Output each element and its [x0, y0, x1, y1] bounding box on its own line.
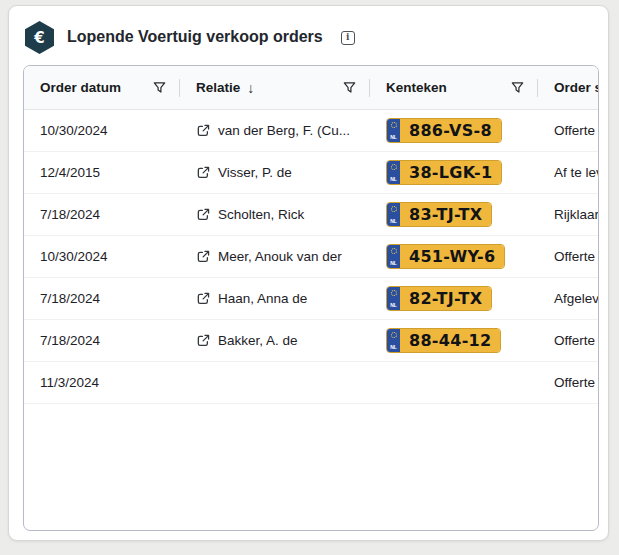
plate-country: NL: [390, 303, 397, 308]
column-label: Order datum: [40, 80, 121, 95]
cell-relatie: van der Berg, F. (Cu...: [180, 110, 370, 151]
column-header-order-status[interactable]: Order status: [538, 66, 599, 109]
cell-relatie: Bakker, A. de: [180, 320, 370, 361]
cell-kenteken-empty: [370, 362, 538, 403]
table-row[interactable]: 7/18/2024 Bakker, A. de NL 88-44-12 Offe…: [24, 320, 599, 362]
column-label: Kenteken: [386, 80, 447, 95]
cell-order-status: Offerte: [538, 110, 599, 151]
cell-relatie: Haan, Anna de: [180, 278, 370, 319]
cell-relatie: Meer, Anouk van der: [180, 236, 370, 277]
table-row[interactable]: 7/18/2024 Scholten, Rick NL 83-TJ-TX Rij…: [24, 194, 599, 236]
license-plate: NL 83-TJ-TX: [386, 202, 492, 227]
plate-country: NL: [390, 177, 397, 182]
license-plate: NL 886-VS-8: [386, 118, 502, 143]
cell-order-datum: 7/18/2024: [24, 194, 180, 235]
column-header-kenteken[interactable]: Kenteken: [370, 66, 538, 109]
relatie-name: Scholten, Rick: [218, 207, 304, 222]
plate-eu-strip: NL: [387, 161, 400, 184]
cell-order-datum: 11/3/2024: [24, 362, 180, 403]
filter-funnel-icon[interactable]: [511, 81, 524, 94]
cell-order-status: Rijklaar maken: [538, 194, 599, 235]
plate-number: 82-TJ-TX: [400, 287, 491, 310]
license-plate: NL 451-WY-6: [386, 244, 505, 269]
column-header-relatie[interactable]: Relatie ↓: [180, 66, 370, 109]
cell-order-status: Offerte: [538, 362, 599, 403]
plate-number: 38-LGK-1: [400, 161, 501, 184]
relatie-name: Visser, P. de: [218, 165, 292, 180]
column-label: Order status: [554, 80, 599, 95]
eu-stars-icon: [391, 206, 397, 212]
cell-order-status: Afgeleverd: [538, 278, 599, 319]
cell-order-datum: 12/4/2015: [24, 152, 180, 193]
license-plate: NL 38-LGK-1: [386, 160, 502, 185]
plate-country: NL: [390, 261, 397, 266]
column-header-order-datum[interactable]: Order datum: [24, 66, 180, 109]
widget-card: € Lopende Voertuig verkoop orders i Orde…: [8, 5, 609, 541]
table-row[interactable]: 11/3/2024 Offerte: [24, 362, 599, 404]
plate-eu-strip: NL: [387, 119, 400, 142]
cell-relatie-empty: [180, 362, 370, 403]
filter-funnel-icon[interactable]: [153, 81, 166, 94]
eu-stars-icon: [391, 164, 397, 170]
external-link-icon[interactable]: [196, 291, 211, 306]
page-title: Lopende Voertuig verkoop orders: [67, 28, 323, 46]
plate-country: NL: [390, 345, 397, 350]
table-row[interactable]: 10/30/2024 Meer, Anouk van der NL 451-WY…: [24, 236, 599, 278]
external-link-icon[interactable]: [196, 207, 211, 222]
cell-relatie: Visser, P. de: [180, 152, 370, 193]
plate-number: 83-TJ-TX: [400, 203, 491, 226]
table-row[interactable]: 10/30/2024 van der Berg, F. (Cu... NL 88…: [24, 110, 599, 152]
cell-relatie: Scholten, Rick: [180, 194, 370, 235]
license-plate: NL 82-TJ-TX: [386, 286, 492, 311]
table-header-row: Order datum Relatie ↓ Kenteken: [24, 66, 599, 110]
plate-country: NL: [390, 135, 397, 140]
external-link-icon[interactable]: [196, 123, 211, 138]
cell-order-datum: 7/18/2024: [24, 278, 180, 319]
relatie-name: van der Berg, F. (Cu...: [218, 123, 350, 138]
cell-order-status: Af te leveren: [538, 152, 599, 193]
cell-kenteken: NL 88-44-12: [370, 320, 538, 361]
eu-stars-icon: [391, 290, 397, 296]
cell-order-datum: 7/18/2024: [24, 320, 180, 361]
relatie-name: Meer, Anouk van der: [218, 249, 342, 264]
plate-eu-strip: NL: [387, 203, 400, 226]
filter-funnel-icon[interactable]: [343, 81, 356, 94]
plate-number: 451-WY-6: [400, 245, 504, 268]
svg-text:€: €: [33, 29, 44, 47]
license-plate: NL 88-44-12: [386, 328, 501, 353]
relatie-name: Bakker, A. de: [218, 333, 298, 348]
plate-country: NL: [390, 219, 397, 224]
column-label: Relatie: [196, 80, 240, 95]
eu-stars-icon: [391, 332, 397, 338]
plate-eu-strip: NL: [387, 287, 400, 310]
orders-table-inner: Order datum Relatie ↓ Kenteken: [24, 66, 599, 404]
cell-kenteken: NL 83-TJ-TX: [370, 194, 538, 235]
orders-table: Order datum Relatie ↓ Kenteken: [23, 65, 599, 531]
plate-number: 886-VS-8: [400, 119, 501, 142]
relatie-name: Haan, Anna de: [218, 291, 307, 306]
cell-order-status: Offerte: [538, 320, 599, 361]
plate-number: 88-44-12: [400, 329, 500, 352]
sort-desc-icon: ↓: [247, 80, 254, 96]
external-link-icon[interactable]: [196, 249, 211, 264]
cell-kenteken: NL 82-TJ-TX: [370, 278, 538, 319]
card-header: € Lopende Voertuig verkoop orders i: [9, 6, 608, 65]
cell-kenteken: NL 451-WY-6: [370, 236, 538, 277]
external-link-icon[interactable]: [196, 165, 211, 180]
cell-order-datum: 10/30/2024: [24, 110, 180, 151]
eu-stars-icon: [391, 122, 397, 128]
table-row[interactable]: 7/18/2024 Haan, Anna de NL 82-TJ-TX Afge…: [24, 278, 599, 320]
info-icon[interactable]: i: [341, 31, 355, 45]
external-link-icon[interactable]: [196, 333, 211, 348]
plate-eu-strip: NL: [387, 329, 400, 352]
cell-order-status: Offerte: [538, 236, 599, 277]
cell-kenteken: NL 38-LGK-1: [370, 152, 538, 193]
cell-order-datum: 10/30/2024: [24, 236, 180, 277]
plate-eu-strip: NL: [387, 245, 400, 268]
cell-kenteken: NL 886-VS-8: [370, 110, 538, 151]
table-row[interactable]: 12/4/2015 Visser, P. de NL 38-LGK-1 Af t…: [24, 152, 599, 194]
euro-hexagon-icon: €: [25, 21, 54, 54]
eu-stars-icon: [391, 248, 397, 254]
